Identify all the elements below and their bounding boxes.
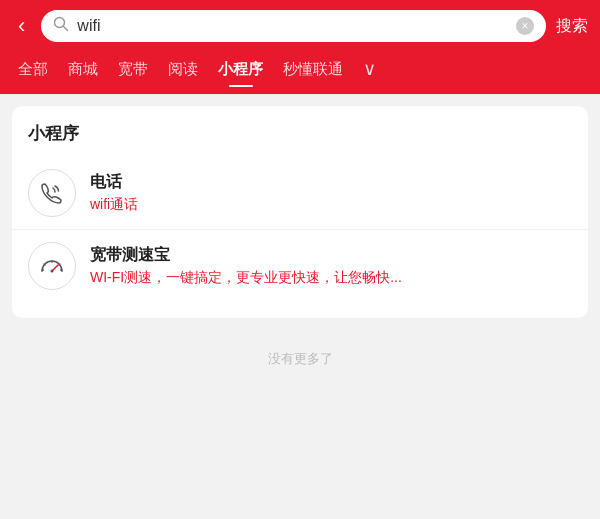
- header: ‹ wifi × 搜索: [0, 0, 600, 52]
- more-icon[interactable]: ∨: [355, 52, 384, 86]
- speedtest-title: 宽带测速宝: [90, 245, 572, 266]
- list-item-speedtest[interactable]: 宽带测速宝 WI-FI测速，一键搞定，更专业更快速，让您畅快...: [12, 230, 588, 302]
- nav-tabs: 全部 商城 宽带 阅读 小程序 秒懂联通 ∨: [0, 52, 600, 94]
- search-button[interactable]: 搜索: [556, 16, 588, 37]
- clear-icon[interactable]: ×: [516, 17, 534, 35]
- svg-line-3: [44, 264, 45, 265]
- tab-smart[interactable]: 秒懂联通: [273, 54, 353, 85]
- content-area: 小程序 电话 wifi通话: [0, 94, 600, 515]
- no-more-label: 没有更多了: [12, 330, 588, 378]
- tab-all[interactable]: 全部: [8, 54, 58, 85]
- list-item-phone-wifi[interactable]: 电话 wifi通话: [12, 157, 588, 230]
- section-title: 小程序: [12, 122, 588, 157]
- search-input[interactable]: wifi: [77, 17, 508, 35]
- phone-wifi-info: 电话 wifi通话: [90, 172, 572, 214]
- phone-wifi-icon: [28, 169, 76, 217]
- phone-wifi-subtitle: wifi通话: [90, 196, 572, 214]
- tab-miniapp[interactable]: 小程序: [208, 54, 273, 85]
- svg-line-5: [59, 264, 60, 265]
- phone-wifi-title: 电话: [90, 172, 572, 193]
- search-icon: [53, 16, 69, 36]
- speedtest-subtitle: WI-FI测速，一键搞定，更专业更快速，让您畅快...: [90, 269, 572, 287]
- svg-point-8: [51, 270, 54, 273]
- svg-line-2: [42, 270, 44, 271]
- svg-line-6: [61, 270, 63, 271]
- search-bar: wifi ×: [41, 10, 546, 42]
- tab-broadband[interactable]: 宽带: [108, 54, 158, 85]
- tab-reading[interactable]: 阅读: [158, 54, 208, 85]
- section-card: 小程序 电话 wifi通话: [12, 106, 588, 318]
- back-button[interactable]: ‹: [12, 11, 31, 41]
- tab-mall[interactable]: 商城: [58, 54, 108, 85]
- speedtest-info: 宽带测速宝 WI-FI测速，一键搞定，更专业更快速，让您畅快...: [90, 245, 572, 287]
- speedometer-icon: [28, 242, 76, 290]
- svg-line-1: [64, 27, 68, 31]
